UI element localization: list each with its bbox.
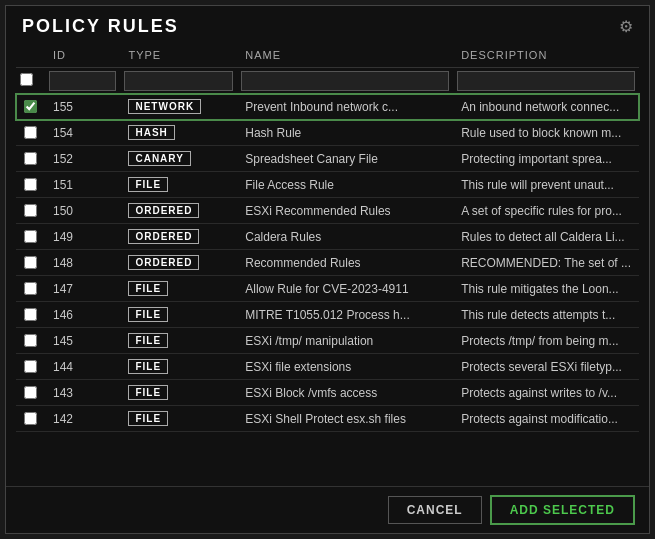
- table-body: 155 NETWORK Prevent Inbound network c...…: [16, 94, 639, 432]
- row-checkbox[interactable]: [24, 360, 37, 373]
- table-row[interactable]: 150 ORDERED ESXi Recommended Rules A set…: [16, 198, 639, 224]
- row-checkbox[interactable]: [24, 230, 37, 243]
- row-id: 147: [45, 276, 120, 302]
- table-row[interactable]: 155 NETWORK Prevent Inbound network c...…: [16, 94, 639, 120]
- row-id: 145: [45, 328, 120, 354]
- row-id: 154: [45, 120, 120, 146]
- cancel-button[interactable]: CANCEL: [388, 496, 482, 524]
- row-checkbox[interactable]: [24, 334, 37, 347]
- row-checkbox[interactable]: [24, 282, 37, 295]
- filter-row: NETWORK HASH CANARY FILE ORDERED: [16, 68, 639, 95]
- row-checkbox[interactable]: [24, 412, 37, 425]
- row-desc: An inbound network connec...: [453, 94, 639, 120]
- row-desc: Protects against modificatio...: [453, 406, 639, 432]
- row-checkbox[interactable]: [24, 308, 37, 321]
- row-checkbox-cell: [16, 198, 45, 224]
- type-badge: FILE: [128, 307, 168, 322]
- filter-type-cell: NETWORK HASH CANARY FILE ORDERED: [120, 68, 237, 95]
- id-filter-input[interactable]: [49, 71, 116, 91]
- row-checkbox-cell: [16, 120, 45, 146]
- type-badge: FILE: [128, 385, 168, 400]
- row-name: Allow Rule for CVE-2023-4911: [237, 276, 453, 302]
- row-checkbox-cell: [16, 328, 45, 354]
- table-row[interactable]: 147 FILE Allow Rule for CVE-2023-4911 Th…: [16, 276, 639, 302]
- row-id: 149: [45, 224, 120, 250]
- type-badge: FILE: [128, 333, 168, 348]
- policy-rules-modal: POLICY RULES ⚙ ID TYPE NAME DESCRIPTION: [5, 5, 650, 534]
- row-id: 146: [45, 302, 120, 328]
- filter-id-cell: [45, 68, 120, 95]
- row-name: Prevent Inbound network c...: [237, 94, 453, 120]
- row-id: 144: [45, 354, 120, 380]
- row-desc: This rule detects attempts t...: [453, 302, 639, 328]
- row-desc: A set of specific rules for pro...: [453, 198, 639, 224]
- row-checkbox-cell: [16, 380, 45, 406]
- type-badge: FILE: [128, 281, 168, 296]
- row-name: File Access Rule: [237, 172, 453, 198]
- row-checkbox-cell: [16, 172, 45, 198]
- row-id: 150: [45, 198, 120, 224]
- type-badge: HASH: [128, 125, 174, 140]
- row-checkbox-cell: [16, 406, 45, 432]
- row-checkbox[interactable]: [24, 178, 37, 191]
- type-badge: ORDERED: [128, 229, 199, 244]
- type-badge: FILE: [128, 411, 168, 426]
- row-checkbox-cell: [16, 94, 45, 120]
- row-type: FILE: [120, 172, 237, 198]
- table-row[interactable]: 152 CANARY Spreadsheet Canary File Prote…: [16, 146, 639, 172]
- row-checkbox-cell: [16, 302, 45, 328]
- row-id: 143: [45, 380, 120, 406]
- filter-checkbox-cell: [16, 68, 45, 95]
- desc-filter-input[interactable]: [457, 71, 635, 91]
- name-header: NAME: [237, 43, 453, 68]
- row-type: NETWORK: [120, 94, 237, 120]
- row-name: Recommended Rules: [237, 250, 453, 276]
- row-checkbox[interactable]: [24, 256, 37, 269]
- type-header: TYPE: [120, 43, 237, 68]
- row-checkbox[interactable]: [24, 100, 37, 113]
- row-desc: Rules to detect all Caldera Li...: [453, 224, 639, 250]
- row-type: CANARY: [120, 146, 237, 172]
- row-checkbox-cell: [16, 224, 45, 250]
- row-name: ESXi Shell Protect esx.sh files: [237, 406, 453, 432]
- row-id: 155: [45, 94, 120, 120]
- row-checkbox-cell: [16, 276, 45, 302]
- table-row[interactable]: 154 HASH Hash Rule Rule used to block kn…: [16, 120, 639, 146]
- policy-rules-table: ID TYPE NAME DESCRIPTION NETW: [16, 43, 639, 432]
- table-row[interactable]: 148 ORDERED Recommended Rules RECOMMENDE…: [16, 250, 639, 276]
- table-row[interactable]: 149 ORDERED Caldera Rules Rules to detec…: [16, 224, 639, 250]
- filter-name-cell: [237, 68, 453, 95]
- row-id: 142: [45, 406, 120, 432]
- row-checkbox[interactable]: [24, 204, 37, 217]
- row-checkbox[interactable]: [24, 126, 37, 139]
- column-headers: ID TYPE NAME DESCRIPTION: [16, 43, 639, 68]
- row-desc: Protecting important sprea...: [453, 146, 639, 172]
- table-container: ID TYPE NAME DESCRIPTION NETW: [6, 43, 649, 486]
- row-type: FILE: [120, 354, 237, 380]
- row-checkbox[interactable]: [24, 152, 37, 165]
- table-row[interactable]: 144 FILE ESXi file extensions Protects s…: [16, 354, 639, 380]
- table-row[interactable]: 143 FILE ESXi Block /vmfs access Protect…: [16, 380, 639, 406]
- row-desc: RECOMMENDED: The set of ...: [453, 250, 639, 276]
- row-type: FILE: [120, 328, 237, 354]
- gear-icon[interactable]: ⚙: [619, 17, 633, 36]
- row-type: FILE: [120, 406, 237, 432]
- row-id: 148: [45, 250, 120, 276]
- add-selected-button[interactable]: ADD SELECTED: [490, 495, 635, 525]
- row-checkbox[interactable]: [24, 386, 37, 399]
- modal-title: POLICY RULES: [22, 16, 179, 37]
- modal-footer: CANCEL ADD SELECTED: [6, 486, 649, 533]
- table-row[interactable]: 146 FILE MITRE T1055.012 Process h... Th…: [16, 302, 639, 328]
- row-name: ESXi /tmp/ manipulation: [237, 328, 453, 354]
- desc-header: DESCRIPTION: [453, 43, 639, 68]
- table-row[interactable]: 142 FILE ESXi Shell Protect esx.sh files…: [16, 406, 639, 432]
- row-name: ESXi Block /vmfs access: [237, 380, 453, 406]
- table-row[interactable]: 145 FILE ESXi /tmp/ manipulation Protect…: [16, 328, 639, 354]
- type-badge: ORDERED: [128, 255, 199, 270]
- row-name: ESXi Recommended Rules: [237, 198, 453, 224]
- name-filter-input[interactable]: [241, 71, 449, 91]
- row-desc: Protects several ESXi filetyp...: [453, 354, 639, 380]
- type-filter-select[interactable]: NETWORK HASH CANARY FILE ORDERED: [124, 71, 233, 91]
- select-all-checkbox[interactable]: [20, 73, 33, 86]
- table-row[interactable]: 151 FILE File Access Rule This rule will…: [16, 172, 639, 198]
